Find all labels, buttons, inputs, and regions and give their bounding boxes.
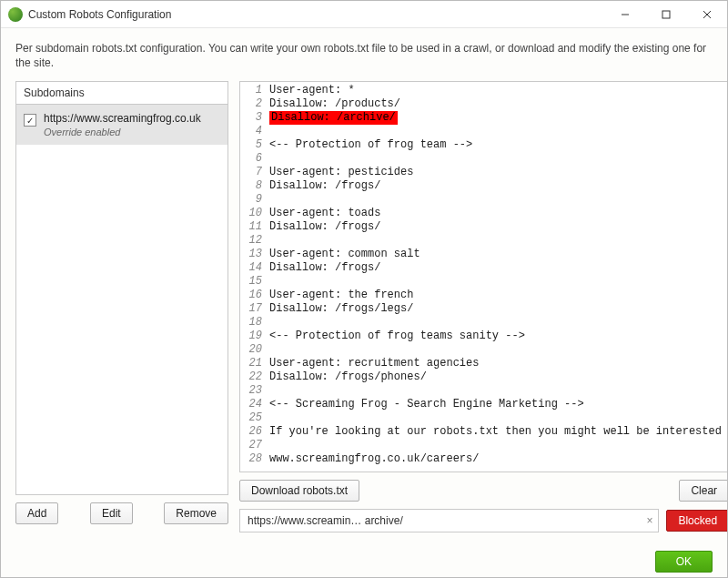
code-line[interactable] xyxy=(269,234,728,248)
code-line[interactable]: www.screamingfrog.co.uk/careers/ xyxy=(269,452,728,466)
line-number: 15 xyxy=(240,275,262,289)
code-line[interactable]: Disallow: /frogs/ xyxy=(269,179,728,193)
line-number: 25 xyxy=(240,411,262,425)
line-number: 11 xyxy=(240,220,262,234)
subdomain-list[interactable]: ✓ https://www.screamingfrog.co.uk Overri… xyxy=(15,104,228,495)
line-number: 13 xyxy=(240,248,262,261)
line-number: 9 xyxy=(240,193,262,207)
code-line[interactable]: <-- Protection of frog teams sanity --> xyxy=(269,330,728,343)
code-line[interactable]: User-agent: common salt xyxy=(269,248,728,261)
remove-button[interactable]: Remove xyxy=(164,502,228,524)
close-icon xyxy=(703,10,712,19)
line-number: 21 xyxy=(240,357,262,370)
code-line[interactable] xyxy=(269,125,728,138)
override-checkbox[interactable]: ✓ xyxy=(24,114,36,127)
titlebar: Custom Robots Configuration xyxy=(1,1,727,28)
line-number: 5 xyxy=(240,138,262,152)
code-line[interactable]: User-agent: recruitment agencies xyxy=(269,357,728,370)
line-number: 27 xyxy=(240,439,262,452)
code-line[interactable]: User-agent: pesticides xyxy=(269,166,728,179)
code-line[interactable]: Disallow: /frogs/ xyxy=(269,220,728,234)
code-line[interactable] xyxy=(269,152,728,166)
line-number: 7 xyxy=(240,166,262,179)
close-button[interactable] xyxy=(686,1,727,28)
code-line[interactable]: <-- Screaming Frog - Search Engine Marke… xyxy=(269,398,728,411)
line-number: 12 xyxy=(240,234,262,248)
line-number: 19 xyxy=(240,330,262,343)
code-line[interactable]: User-agent: * xyxy=(269,84,728,97)
code-line[interactable] xyxy=(269,275,728,289)
line-number: 2 xyxy=(240,97,262,111)
code-line[interactable]: User-agent: toads xyxy=(269,207,728,220)
line-number: 24 xyxy=(240,398,262,411)
download-robots-button[interactable]: Download robots.txt xyxy=(239,480,359,502)
line-number: 6 xyxy=(240,152,262,166)
code-line[interactable] xyxy=(269,193,728,207)
ok-button[interactable]: OK xyxy=(655,551,713,573)
code-line[interactable] xyxy=(269,411,728,425)
code-line[interactable]: Disallow: /archive/ xyxy=(269,111,728,125)
line-number: 20 xyxy=(240,343,262,357)
app-icon xyxy=(8,7,23,22)
maximize-icon xyxy=(662,10,671,19)
edit-button[interactable]: Edit xyxy=(90,502,133,524)
line-number: 10 xyxy=(240,207,262,220)
svg-rect-1 xyxy=(662,11,670,18)
minimize-icon xyxy=(621,10,630,19)
add-button[interactable]: Add xyxy=(15,502,58,524)
line-number: 22 xyxy=(240,370,262,384)
code-line[interactable]: If you're looking at our robots.txt then… xyxy=(269,425,728,439)
window-title: Custom Robots Configuration xyxy=(28,8,171,21)
line-number: 3 xyxy=(240,111,262,125)
line-number: 28 xyxy=(240,452,262,466)
code-line[interactable]: <-- Protection of frog team --> xyxy=(269,138,728,152)
code-line[interactable]: Disallow: /frogs/ xyxy=(269,261,728,275)
line-number: 14 xyxy=(240,261,262,275)
blocked-status-badge: Blocked xyxy=(666,510,728,532)
test-url-value: https://www.screamin… archive/ xyxy=(248,514,403,527)
test-url-input[interactable]: https://www.screamin… archive/ × xyxy=(239,509,659,532)
code-line[interactable]: Disallow: /frogs/legs/ xyxy=(269,302,728,316)
code-line[interactable]: Disallow: /products/ xyxy=(269,97,728,111)
subdomain-name: https://www.screamingfrog.co.uk xyxy=(44,112,201,125)
code-line[interactable]: User-agent: the french xyxy=(269,289,728,302)
subdomain-item[interactable]: ✓ https://www.screamingfrog.co.uk Overri… xyxy=(16,105,228,145)
code-line[interactable] xyxy=(269,316,728,330)
code-line[interactable] xyxy=(269,343,728,357)
line-number: 8 xyxy=(240,179,262,193)
code-line[interactable] xyxy=(269,439,728,452)
subdomains-header: Subdomains xyxy=(15,81,228,104)
line-number: 18 xyxy=(240,316,262,330)
robots-editor[interactable]: 1234567891011121314151617181920212223242… xyxy=(239,81,728,472)
line-number: 17 xyxy=(240,302,262,316)
line-number: 1 xyxy=(240,84,262,97)
clear-button[interactable]: Clear xyxy=(679,480,728,502)
clear-input-icon[interactable]: × xyxy=(646,514,652,527)
line-number: 16 xyxy=(240,289,262,302)
code-line[interactable] xyxy=(269,384,728,398)
maximize-button[interactable] xyxy=(645,1,686,28)
line-number: 26 xyxy=(240,425,262,439)
line-number: 23 xyxy=(240,384,262,398)
line-number: 4 xyxy=(240,125,262,138)
description-text: Per subdomain robots.txt configuration. … xyxy=(15,41,713,70)
subdomain-note: Override enabled xyxy=(44,127,201,137)
minimize-button[interactable] xyxy=(604,1,645,28)
code-line[interactable]: Disallow: /frogs/phones/ xyxy=(269,370,728,384)
